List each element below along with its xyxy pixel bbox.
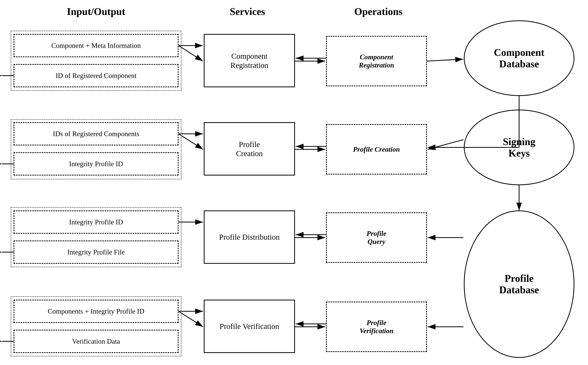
svg-line-19 [178, 311, 203, 327]
io-group-1 [11, 31, 181, 91]
service-box-registration: ComponentRegistration [204, 34, 295, 87]
db-component-database: ComponentDatabase [464, 20, 574, 96]
header-services: Services [204, 6, 291, 17]
op-box-profile-creation: Profile Creation [326, 124, 427, 175]
io-group-3 [11, 207, 181, 267]
header-operations: Operations [330, 6, 427, 17]
op-box-component-registration: ComponentRegistration [326, 36, 427, 86]
io-group-4 [11, 296, 181, 357]
db-profile-database: ProfileDatabase [464, 211, 574, 358]
svg-line-2 [178, 46, 203, 61]
io-group-2 [11, 119, 181, 179]
service-box-profile-verification: Profile Verification [204, 300, 295, 353]
op-box-profile-verification: ProfileVerification [326, 302, 427, 352]
diagram-container: Input/Output Services Operations Compone… [0, 0, 588, 365]
db-signing-keys: SigningKeys [464, 110, 574, 185]
svg-line-7 [427, 59, 463, 61]
service-box-profile-creation: ProfileCreation [204, 122, 295, 175]
svg-line-13 [428, 140, 463, 149]
header-input-output: Input/Output [14, 6, 178, 17]
op-box-profile-query: ProfileQuery [326, 212, 427, 263]
svg-line-8 [178, 134, 203, 149]
service-box-profile-distribution: Profile Distribution [204, 211, 295, 264]
